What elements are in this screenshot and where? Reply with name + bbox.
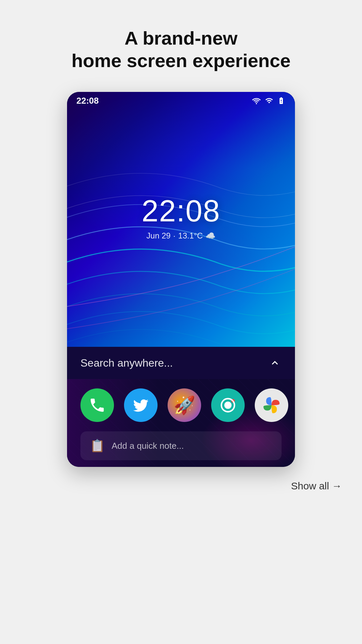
phone-screen: 22:08 22:08 bbox=[67, 92, 295, 467]
app-icon-rocket-launcher[interactable]: 🚀 bbox=[168, 388, 201, 422]
app-icon-twitter[interactable] bbox=[124, 388, 158, 422]
app-row: 🚀 bbox=[80, 388, 282, 429]
battery-icon bbox=[277, 97, 286, 105]
note-placeholder: Add a quick note... bbox=[112, 441, 184, 451]
clock-date: Jun 29 bbox=[146, 231, 171, 240]
quick-note[interactable]: 📋 Add a quick note... bbox=[80, 431, 282, 460]
app-icon-phone[interactable] bbox=[80, 388, 114, 422]
svg-point-0 bbox=[224, 402, 232, 409]
weather-icon: ☁️ bbox=[205, 231, 216, 240]
wifi-icon bbox=[251, 97, 261, 105]
status-icons bbox=[251, 97, 286, 105]
page-title: A brand-new home screen experience bbox=[51, 0, 311, 92]
signal-icon bbox=[265, 97, 274, 105]
clock-date-weather: Jun 29 · 13.1°C ☁️ bbox=[141, 231, 220, 240]
status-time: 22:08 bbox=[76, 96, 99, 106]
search-text: Search anywhere... bbox=[80, 357, 173, 369]
note-icon: 📋 bbox=[90, 439, 105, 453]
clock-separator: · bbox=[173, 231, 176, 240]
show-all-button[interactable]: Show all → bbox=[291, 477, 342, 495]
clock-widget: 22:08 Jun 29 · 13.1°C ☁️ bbox=[141, 194, 220, 240]
clock-time: 22:08 bbox=[141, 194, 220, 228]
app-icon-photos[interactable] bbox=[255, 388, 288, 422]
chevron-up-icon[interactable] bbox=[268, 356, 282, 370]
app-drawer: 🚀 bbox=[67, 379, 295, 467]
clock-temperature: 13.1°C bbox=[178, 231, 203, 240]
app-icon-camera[interactable] bbox=[211, 388, 245, 422]
search-bar[interactable]: Search anywhere... bbox=[67, 347, 295, 379]
show-all-row: Show all → bbox=[0, 467, 362, 495]
status-bar: 22:08 bbox=[67, 92, 295, 109]
phone-mockup: 22:08 22:08 bbox=[67, 92, 295, 467]
wallpaper: 22:08 22:08 bbox=[67, 92, 295, 347]
